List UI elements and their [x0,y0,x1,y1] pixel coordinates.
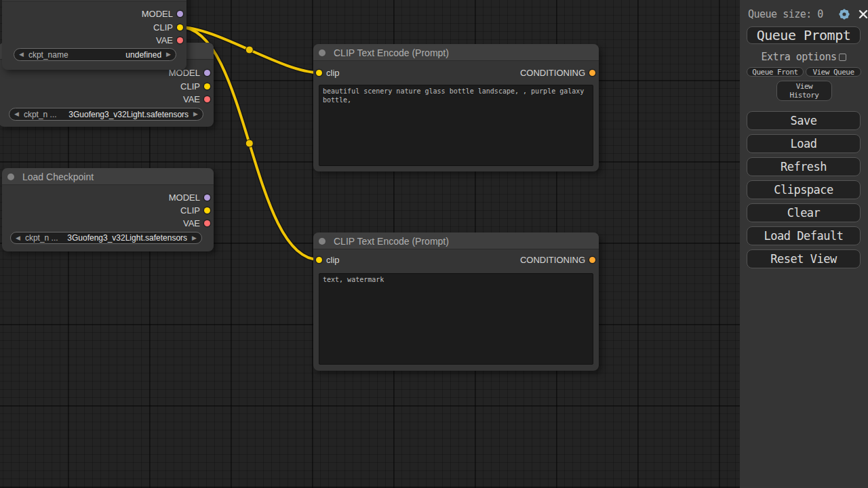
conditioning-output-port[interactable] [589,257,595,263]
queue-prompt-label: Queue Prompt [757,27,851,43]
extra-options-label: Extra options [762,51,837,63]
clip-output-label: CLIP [180,205,200,216]
view-history-label-line2: History [790,91,819,100]
node-title: CLIP Text Encode (Prompt) [334,47,449,58]
vae-output-row: VAE [0,93,214,105]
model-output-port[interactable] [204,195,210,201]
model-output-row: MODEL [2,191,214,203]
settings-gear-icon[interactable] [837,7,851,21]
combo-left-arrow-icon[interactable]: ◀ [11,235,25,241]
link-midpoint-dot [245,46,253,54]
model-output-label: MODEL [142,9,173,19]
node-title-bar[interactable] [2,0,186,1]
vae-output-row: VAE [2,34,186,46]
clipspace-button[interactable]: Clipspace [747,180,861,199]
clip-input-label: clip [326,255,340,265]
model-output-port[interactable] [204,70,210,76]
conditioning-output-port[interactable] [589,70,595,76]
queue-front-button[interactable]: Queue Front [747,67,804,77]
ckpt-name-combo[interactable]: ◀ ckpt_n ... 3Guofeng3_v32Light.safetens… [10,232,202,244]
extra-options-checkbox[interactable] [839,54,846,61]
node-title: CLIP Text Encode (Prompt) [334,236,449,247]
reset-view-button[interactable]: Reset View [747,249,861,268]
save-label: Save [791,114,817,127]
extra-options-row: Extra options [740,52,868,62]
view-history-label-line1: View [796,82,813,91]
queue-size-label: Queue size: 0 [748,8,823,20]
vae-output-label: VAE [156,35,173,45]
vae-output-port[interactable] [204,220,210,226]
ckpt-name-combo[interactable]: ◀ ckpt_name undefined ▶ [14,48,176,61]
prompt-textarea[interactable]: text, watermark [319,273,593,365]
model-output-row: MODEL [2,7,186,20]
queue-size-row: Queue size: 0 [748,7,863,22]
combo-value: 3Guofeng3_v32Light.safetensors [58,233,187,243]
node-load-checkpoint[interactable]: Load Checkpoint MODEL CLIP VAE ◀ ckpt_n … [2,168,214,251]
view-history-button[interactable]: View History [776,81,832,101]
node-clip-text-encode-positive[interactable]: CLIP Text Encode (Prompt) clip CONDITION… [313,44,599,171]
prompt-textarea[interactable]: beautiful scenery nature glass bottle la… [319,85,593,166]
view-queue-button[interactable]: View Queue [806,67,861,77]
node-graph-canvas[interactable]: MODEL CLIP VAE ◀ ckpt_n ... 3Guofeng3_v3… [0,0,740,488]
combo-left-arrow-icon[interactable]: ◀ [9,111,24,117]
vae-output-port[interactable] [204,96,210,102]
clear-button[interactable]: Clear [747,203,861,222]
vae-output-row: VAE [2,217,214,229]
node-clip-text-encode-negative[interactable]: CLIP Text Encode (Prompt) clip CONDITION… [313,232,599,371]
clip-output-port[interactable] [204,83,210,89]
clip-input-port[interactable] [316,70,322,76]
combo-label: ckpt_n ... [25,233,58,243]
vae-output-port[interactable] [177,37,183,43]
refresh-label: Refresh [781,160,827,174]
model-output-label: MODEL [169,192,200,203]
conditioning-output-label: CONDITIONING [520,255,585,265]
reset-view-label: Reset View [770,252,836,266]
view-queue-label: View Queue [812,68,854,77]
vae-output-label: VAE [183,94,200,104]
clip-output-port[interactable] [177,24,183,30]
clip-output-row: CLIP [2,21,186,33]
node-title: Load Checkpoint [22,171,94,182]
clip-input-row: clip CONDITIONING [313,253,599,266]
refresh-button[interactable]: Refresh [747,157,861,176]
save-button[interactable]: Save [747,111,861,130]
node-load-checkpoint-top[interactable]: MODEL CLIP VAE ◀ ckpt_name undefined ▶ [2,0,186,70]
vae-output-label: VAE [183,218,200,228]
combo-right-arrow-icon[interactable]: ▶ [161,52,176,58]
clip-input-label: clip [326,68,340,78]
conditioning-output-label: CONDITIONING [520,68,585,78]
queue-prompt-button[interactable]: Queue Prompt [747,26,861,44]
collapse-dot-icon[interactable] [319,238,326,245]
link-midpoint-dot [245,140,253,147]
combo-label: ckpt_name [28,50,68,60]
clip-output-port[interactable] [204,207,210,214]
node-title-bar[interactable]: CLIP Text Encode (Prompt) [313,232,599,249]
clip-output-row: CLIP [2,204,214,216]
queue-front-label: Queue Front [752,68,797,77]
clip-output-label: CLIP [180,81,200,92]
model-output-port[interactable] [177,11,183,17]
load-default-button[interactable]: Load Default [747,226,861,245]
combo-value: 3Guofeng3_v32Light.safetensors [57,110,189,119]
close-icon[interactable] [857,8,868,20]
comfy-menu-panel: Queue size: 0 Queue Prompt Extra opt [740,0,868,488]
comfyui-app: MODEL CLIP VAE ◀ ckpt_n ... 3Guofeng3_v3… [0,0,868,488]
clear-label: Clear [787,206,821,220]
combo-left-arrow-icon[interactable]: ◀ [14,52,28,58]
load-button[interactable]: Load [747,134,861,153]
load-label: Load [791,137,817,150]
ckpt-name-combo[interactable]: ◀ ckpt_n ... 3Guofeng3_v32Light.safetens… [9,108,203,121]
combo-right-arrow-icon[interactable]: ▶ [189,111,203,117]
combo-right-arrow-icon[interactable]: ▶ [187,235,201,241]
clip-input-port[interactable] [316,257,322,263]
collapse-dot-icon[interactable] [319,49,326,56]
load-default-label: Load Default [764,229,844,243]
combo-label: ckpt_n ... [24,110,57,119]
node-title-bar[interactable]: Load Checkpoint [2,168,214,185]
clip-output-label: CLIP [153,22,173,33]
clip-output-row: CLIP [0,80,214,92]
clip-input-row: clip CONDITIONING [313,66,599,79]
collapse-dot-icon[interactable] [7,174,14,180]
combo-value: undefined [68,50,161,60]
node-title-bar[interactable]: CLIP Text Encode (Prompt) [313,44,599,61]
